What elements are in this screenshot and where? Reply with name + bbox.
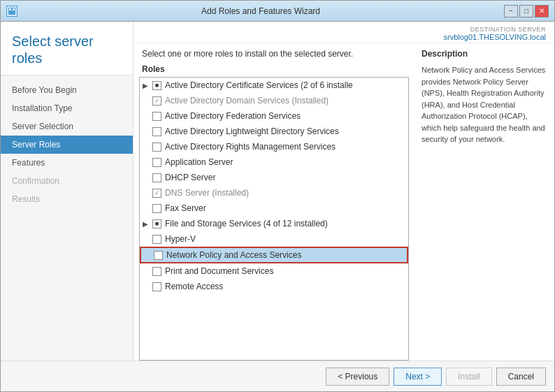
page-title-area: Select server roles	[1, 22, 133, 75]
role-label: Active Directory Rights Management Servi…	[165, 142, 405, 152]
role-label: Remote Access	[165, 282, 405, 291]
checkbox[interactable]	[154, 251, 163, 260]
checkbox[interactable]	[152, 204, 161, 213]
svg-rect-2	[13, 8, 15, 10]
checkbox[interactable]	[152, 267, 161, 276]
sidebar: Select server roles Before You Begin Ins…	[1, 22, 134, 361]
close-button[interactable]: ✕	[535, 5, 549, 17]
title-bar: Add Roles and Features Wizard − □ ✕	[1, 1, 554, 22]
main-window: Add Roles and Features Wizard − □ ✕ Sele…	[0, 0, 555, 392]
cancel-button[interactable]: Cancel	[496, 368, 546, 386]
list-item[interactable]: ✓ Active Directory Domain Services (Inst…	[140, 93, 408, 108]
role-label: Print and Document Services	[165, 266, 405, 276]
role-label: DHCP Server	[165, 173, 405, 182]
role-label: Active Directory Certificate Services (2…	[165, 80, 405, 90]
window-controls: − □ ✕	[504, 5, 549, 17]
role-label: Application Server	[165, 157, 405, 167]
sidebar-item-features[interactable]: Features	[1, 154, 133, 172]
sidebar-item-before-you-begin[interactable]: Before You Begin	[1, 81, 133, 99]
checkbox[interactable]: ✓	[152, 96, 161, 106]
footer: < Previous Next > Install Cancel	[1, 361, 554, 391]
sidebar-nav: Before You Begin Installation Type Serve…	[1, 75, 133, 361]
checkbox[interactable]	[152, 282, 161, 291]
list-item[interactable]: ▶ ■ File and Storage Services (4 of 12 i…	[140, 216, 408, 231]
svg-rect-1	[9, 8, 11, 10]
role-label: Hyper-V	[165, 234, 405, 244]
page-title: Select server roles	[12, 33, 122, 66]
sidebar-item-server-roles[interactable]: Server Roles	[1, 136, 133, 154]
expand-icon: ▶	[143, 220, 151, 228]
sidebar-item-server-selection[interactable]: Server Selection	[1, 117, 133, 136]
next-button[interactable]: Next >	[394, 368, 442, 386]
destination-server: srvblog01.THESOLVING.local	[142, 33, 546, 41]
role-label: Active Directory Lightweight Directory S…	[165, 126, 405, 136]
roles-panel: Select one or more roles to install on t…	[134, 49, 415, 361]
minimize-button[interactable]: −	[504, 5, 518, 17]
checkbox[interactable]	[152, 112, 161, 121]
destination-info: DESTINATION SERVER srvblog01.THESOLVING.…	[134, 22, 554, 43]
checkbox[interactable]: ■	[152, 81, 161, 90]
roles-header: Roles	[139, 64, 409, 74]
role-label: Network Policy and Access Services	[166, 250, 404, 260]
window-title: Add Roles and Features Wizard	[17, 6, 504, 16]
roles-list: ▶ ■ Active Directory Certificate Service…	[140, 78, 408, 294]
checkbox[interactable]: ■	[152, 219, 161, 228]
restore-button[interactable]: □	[519, 5, 533, 17]
checkbox[interactable]	[152, 158, 161, 167]
role-label: File and Storage Services (4 of 12 insta…	[165, 219, 405, 228]
list-item[interactable]: Fax Server	[140, 201, 408, 216]
role-label: DNS Server (Installed)	[165, 188, 405, 198]
list-item[interactable]: Remote Access	[140, 279, 408, 294]
list-item[interactable]: Active Directory Lightweight Directory S…	[140, 124, 408, 139]
previous-button[interactable]: < Previous	[326, 368, 389, 386]
app-icon	[6, 6, 17, 17]
role-label: Fax Server	[165, 203, 405, 213]
role-label: Active Directory Domain Services (Instal…	[165, 96, 405, 106]
destination-label: DESTINATION SERVER	[142, 26, 546, 33]
list-item[interactable]: DHCP Server	[140, 170, 408, 185]
list-item[interactable]: Active Directory Federation Services	[140, 108, 408, 124]
list-item[interactable]: ✓ DNS Server (Installed)	[140, 185, 408, 201]
checkbox[interactable]	[152, 143, 161, 152]
sidebar-item-confirmation: Confirmation	[1, 172, 133, 190]
list-item[interactable]: Hyper-V	[140, 231, 408, 247]
list-item[interactable]: ▶ ■ Active Directory Certificate Service…	[140, 78, 408, 93]
checkbox[interactable]: ✓	[152, 189, 161, 198]
content-area: Select server roles Before You Begin Ins…	[1, 22, 554, 361]
checkbox[interactable]	[152, 173, 161, 182]
main-content: DESTINATION SERVER srvblog01.THESOLVING.…	[134, 22, 554, 361]
checkbox[interactable]	[152, 235, 161, 244]
description-panel: Description Network Policy and Access Se…	[415, 49, 554, 361]
svg-rect-0	[8, 7, 16, 15]
roles-list-container[interactable]: ▶ ■ Active Directory Certificate Service…	[139, 77, 409, 361]
main-body: Select one or more roles to install on t…	[134, 43, 554, 361]
install-button[interactable]: Install	[446, 368, 491, 386]
list-item[interactable]: Print and Document Services	[140, 263, 408, 279]
list-item[interactable]: Application Server	[140, 154, 408, 170]
list-item-network-policy[interactable]: Network Policy and Access Services	[140, 247, 408, 263]
description-header: Description	[421, 49, 547, 59]
description-text: Network Policy and Access Services provi…	[421, 64, 547, 145]
list-item[interactable]: Active Directory Rights Management Servi…	[140, 139, 408, 154]
instruction-text: Select one or more roles to install on t…	[139, 49, 409, 59]
sidebar-item-results: Results	[1, 190, 133, 208]
sidebar-item-installation-type[interactable]: Installation Type	[1, 99, 133, 117]
checkbox[interactable]	[152, 127, 161, 136]
role-label: Active Directory Federation Services	[165, 111, 405, 121]
expand-icon: ▶	[143, 82, 151, 89]
